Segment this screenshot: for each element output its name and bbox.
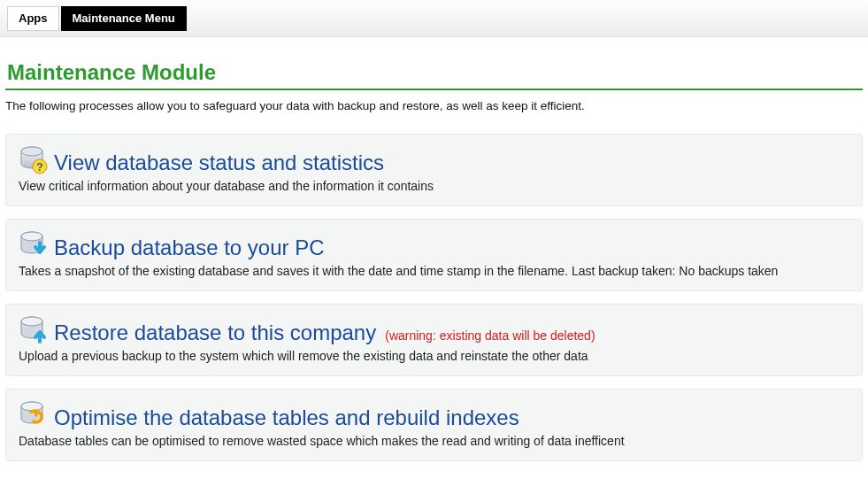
svg-point-9 [21, 402, 42, 411]
svg-text:?: ? [36, 160, 43, 174]
intro-text: The following processes allow you to saf… [5, 90, 863, 121]
link-backup[interactable]: Backup database to your PC [54, 235, 325, 260]
panel-desc: View critical information about your dat… [19, 179, 851, 193]
menu-maintenance[interactable]: Maintenance Menu [61, 6, 187, 31]
panel-optimise: Optimise the database tables and rebuild… [5, 389, 863, 461]
menu-apps-label: Apps [19, 12, 48, 25]
database-info-icon: ? [19, 145, 49, 175]
link-view-status[interactable]: View database status and statistics [54, 151, 384, 175]
panel-head: Optimise the database tables and rebuild… [19, 400, 851, 430]
panel-view-status: ? View database status and statistics Vi… [5, 134, 863, 206]
panel-head: Restore database to this company (warnin… [19, 315, 851, 345]
svg-point-7 [21, 317, 42, 326]
panel-desc: Upload a previous backup to the system w… [19, 349, 851, 363]
page-title: Maintenance Module [5, 42, 863, 90]
svg-point-5 [21, 232, 42, 241]
menubar: Apps Maintenance Menu [0, 0, 868, 37]
panel-restore: Restore database to this company (warnin… [5, 304, 863, 376]
svg-point-1 [21, 147, 42, 156]
page-body: Maintenance Module The following process… [0, 37, 868, 488]
link-restore[interactable]: Restore database to this company [54, 320, 376, 345]
panel-desc: Database tables can be optimised to remo… [19, 434, 851, 448]
panel-head: ? View database status and statistics [19, 145, 851, 175]
menu-apps[interactable]: Apps [7, 6, 59, 31]
panel-head: Backup database to your PC [19, 230, 851, 260]
panel-backup: Backup database to your PC Takes a snaps… [5, 219, 863, 291]
database-download-icon [19, 230, 49, 260]
database-upload-icon [19, 315, 49, 345]
link-optimise[interactable]: Optimise the database tables and rebuild… [54, 405, 519, 430]
database-optimise-icon [19, 400, 49, 430]
panel-desc: Takes a snapshot of the existing databas… [19, 264, 851, 278]
menu-maintenance-label: Maintenance Menu [73, 12, 175, 25]
restore-warning: (warning: existing data will be deleted) [381, 328, 595, 345]
